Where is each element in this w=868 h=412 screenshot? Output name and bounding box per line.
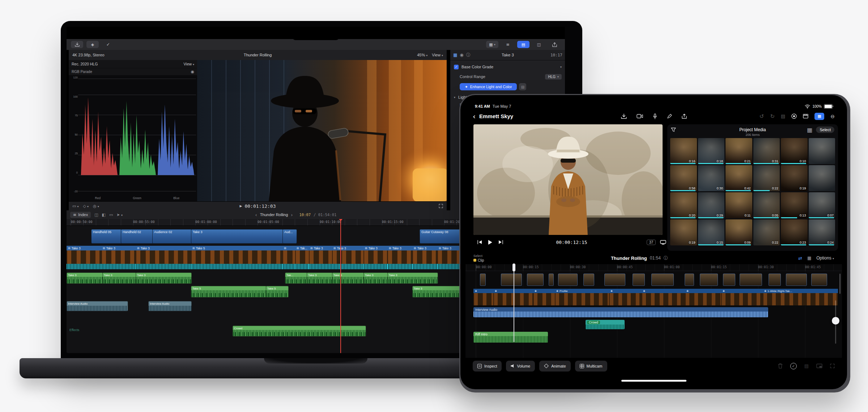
trash-icon[interactable]	[778, 363, 783, 369]
media-browser-toggle[interactable]: ▦	[814, 113, 824, 120]
connected-clip[interactable]: Guitar Cutaway 08	[420, 229, 464, 244]
multicam-clip[interactable]: ▤Take 3	[363, 246, 388, 269]
multicam-clip[interactable]: ◉Profile	[555, 289, 609, 305]
media-thumbnail[interactable]	[809, 165, 835, 191]
skip-forward-icon[interactable]	[498, 240, 503, 244]
connected-clip[interactable]	[700, 274, 718, 286]
connected-clip[interactable]	[501, 274, 522, 286]
connected-clip[interactable]	[604, 274, 625, 286]
connected-clip[interactable]	[811, 274, 827, 286]
media-thumbnail[interactable]: 0:23	[781, 219, 808, 245]
skip-back-icon[interactable]	[477, 240, 482, 244]
connected-clip[interactable]: Handheld 02	[121, 229, 156, 244]
video-inspector-tab[interactable]: ▦	[453, 52, 457, 57]
multicam-clip[interactable]: ▤Take 3	[101, 246, 136, 269]
info-inspector-tab[interactable]: ⓘ	[466, 52, 471, 58]
multicam-clip[interactable]: ▤Take 5	[191, 246, 283, 269]
multicam-clip[interactable]: ◉1-Wide Right-Tak...	[763, 289, 838, 305]
skimming-icon[interactable]: ▭	[109, 213, 113, 217]
media-thumbnail[interactable]: 0:10	[781, 138, 808, 164]
media-thumbnail[interactable]: 0:15	[698, 219, 725, 245]
next-project-icon[interactable]: ›	[291, 212, 293, 218]
enhance-light-color-button[interactable]: ✦ Enhance Light and Color	[460, 83, 517, 90]
timeline-project-title[interactable]: Thunder Rolling	[260, 213, 288, 217]
list-view-button[interactable]: ≡	[502, 41, 514, 48]
zoom-slider-knob[interactable]	[832, 317, 839, 325]
media-thumbnail[interactable]: 0:05	[753, 192, 780, 218]
connected-clip[interactable]	[633, 274, 645, 286]
grid-view-icon[interactable]: ▦	[807, 126, 812, 133]
media-thumbnail[interactable]: 0:29	[698, 192, 725, 218]
undo-icon[interactable]: ↺	[760, 113, 764, 120]
previous-project-icon[interactable]: ‹	[255, 212, 257, 218]
scopes-view-menu[interactable]: View ▾	[183, 62, 194, 66]
remove-icon[interactable]: ⊖	[830, 113, 835, 119]
multicam-clip[interactable]: ▤Take 3	[136, 246, 191, 269]
interview-audio-clip[interactable]: Interview Audio	[148, 301, 192, 311]
media-thumbnail[interactable]: 0:13	[781, 192, 808, 218]
audio-clip[interactable]: Take 3	[136, 272, 192, 284]
connected-clip[interactable]	[558, 274, 578, 286]
grade-checkbox[interactable]: ✓	[454, 65, 459, 69]
audio-clip[interactable]: Take 5	[266, 286, 289, 297]
keyword-editor-button[interactable]: ◈	[86, 41, 99, 48]
multicam-clip[interactable]: ▤Take 3	[387, 246, 413, 269]
multicam-clip[interactable]: ▤Take 3	[309, 246, 332, 269]
connected-clip[interactable]	[651, 274, 674, 286]
connected-clip[interactable]	[583, 274, 594, 286]
multicam-clip[interactable]: ◉	[609, 289, 642, 305]
connected-clip[interactable]: Aud...	[282, 229, 297, 244]
media-thumbnail[interactable]: 0:22	[753, 219, 780, 245]
multicam-clip[interactable]: ◉	[642, 289, 685, 305]
pencil-icon[interactable]	[667, 114, 672, 119]
audio-clip[interactable]: Take 3	[332, 272, 364, 284]
dock-button[interactable]: Inspect	[473, 361, 502, 372]
transform-tool-menu[interactable]: ▭ ▾	[72, 204, 78, 209]
overwrite-tool-icon[interactable]: ▦	[807, 256, 811, 261]
photos-icon[interactable]	[791, 113, 797, 119]
connected-clip[interactable]	[769, 274, 781, 286]
connected-clip[interactable]	[786, 274, 807, 286]
timeline-scrollbar[interactable]	[839, 274, 841, 294]
multicam-clip[interactable]: ◉	[685, 289, 722, 305]
multicam-clip[interactable]: ▤Take 3	[332, 246, 364, 269]
play-icon[interactable]	[488, 240, 493, 245]
effects-tool-menu[interactable]: ◎ ▾	[93, 204, 99, 209]
media-thumbnail[interactable]: 0:07	[809, 192, 835, 218]
fullscreen-button[interactable]	[439, 204, 443, 208]
connected-clip[interactable]: Take 3	[191, 229, 286, 244]
media-thumbnail[interactable]: 0:21	[726, 138, 752, 164]
multicam-clip[interactable]: ▤	[282, 246, 295, 269]
camera-icon[interactable]	[637, 114, 643, 119]
media-thumbnail[interactable]: 0:16	[670, 138, 697, 164]
clapperboard-icon[interactable]	[803, 114, 808, 119]
multicam-clip[interactable]: ◉	[473, 289, 494, 305]
media-thumbnail[interactable]: 0:58	[670, 165, 697, 191]
media-thumbnail[interactable]: 0:42	[726, 165, 752, 191]
background-tasks-button[interactable]: ✓	[102, 41, 114, 48]
zoom-menu[interactable]: 45% ▾	[417, 53, 427, 57]
multicam-clip[interactable]: ▤Take 3	[437, 246, 461, 269]
filter-icon[interactable]	[671, 128, 676, 132]
select-button[interactable]: Select	[816, 126, 834, 133]
media-thumbnail[interactable]: 0:19	[670, 219, 697, 245]
connected-clip[interactable]	[527, 274, 544, 286]
view-menu[interactable]: View ▾	[432, 53, 443, 57]
info-icon[interactable]: ⓘ	[664, 255, 668, 261]
scope-settings-icon[interactable]: ◉	[191, 69, 194, 74]
frame-rate-badge[interactable]: 37	[647, 240, 656, 245]
media-thumbnail[interactable]: 0:22	[753, 165, 780, 191]
keyboard-icon[interactable]: ▤	[781, 113, 785, 119]
options-menu[interactable]: Options ▾	[816, 256, 834, 261]
connected-clip[interactable]	[480, 274, 486, 286]
audio-clip[interactable]: Take 3	[307, 272, 333, 284]
media-thumbnail[interactable]: 0:19	[781, 165, 808, 191]
connected-clip[interactable]	[549, 274, 554, 286]
riff-intro-clip[interactable]: Riff Intro	[473, 332, 548, 343]
timeline-view-button[interactable]: ▤	[517, 41, 529, 48]
media-thumbnail[interactable]	[809, 138, 835, 164]
pip-icon[interactable]	[816, 364, 822, 368]
media-thumbnail[interactable]: 0:18	[698, 138, 725, 164]
media-thumbnail[interactable]: 0:30	[698, 165, 725, 191]
keyboard-icon[interactable]: ▤	[804, 363, 809, 369]
